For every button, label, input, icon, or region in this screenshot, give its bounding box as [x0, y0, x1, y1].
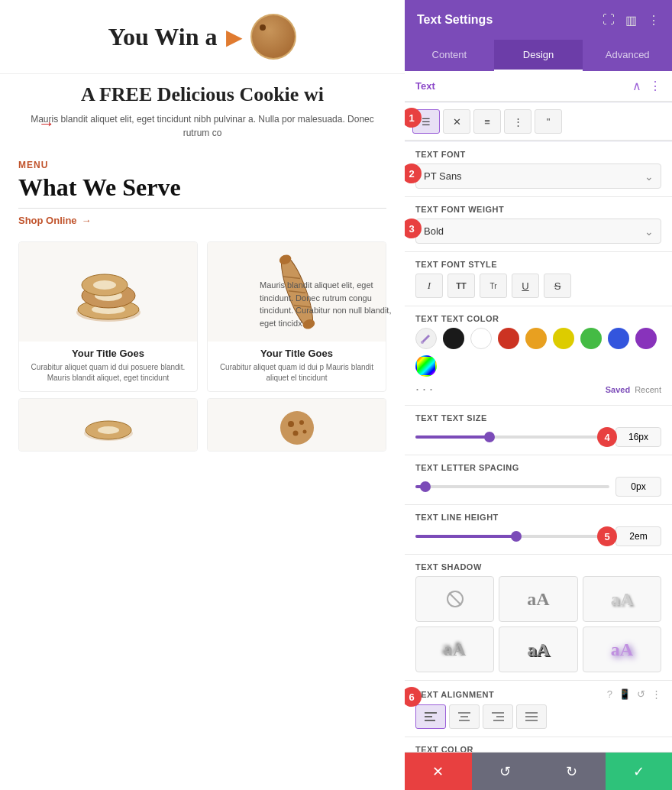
confirm-button[interactable]: ✓	[606, 753, 673, 790]
svg-rect-28	[460, 716, 468, 717]
section-more-icon[interactable]: ⋮	[649, 79, 661, 93]
format-quote[interactable]: "	[535, 109, 562, 134]
section-title: Text	[415, 80, 435, 92]
align-mobile-icon[interactable]: 📱	[619, 688, 631, 700]
text-size-thumb[interactable]	[484, 432, 495, 442]
letter-spacing-thumb[interactable]	[420, 481, 431, 492]
format-list-ol[interactable]: ⋮	[504, 109, 531, 134]
header-icons: ⛶ ▥ ⋮	[603, 13, 660, 28]
shadow-style-3[interactable]: aA	[415, 626, 494, 672]
line-height-thumb[interactable]	[511, 531, 522, 542]
line-height-label: Text Line Height	[415, 513, 661, 522]
line-height-container: 5 Text Line Height	[405, 505, 672, 555]
align-label-row: Text Alignment ? 📱 ↺ ⋮	[415, 688, 661, 700]
text-color-bottom-row: Text Color Dark	[405, 737, 672, 752]
text-font-style-row: Text Font Style I TT Tr U S	[405, 252, 672, 306]
format-list-ul[interactable]: ≡	[473, 109, 501, 134]
style-italic[interactable]: I	[415, 274, 443, 298]
text-font-weight-select[interactable]: Bold	[415, 219, 661, 244]
collapse-icon[interactable]: ∧	[632, 79, 641, 93]
shadow-style-2[interactable]: aA	[583, 576, 661, 622]
headline-text: A FREE Delicious Cookie wi	[15, 83, 389, 106]
text-alignment-container: 6 Text Alignment ? 📱 ↺ ⋮	[405, 681, 672, 737]
swatch-multi[interactable]	[415, 355, 437, 377]
shadow-style-4[interactable]: aA	[499, 626, 577, 672]
text-size-slider-row	[415, 427, 661, 447]
svg-rect-31	[496, 716, 504, 717]
style-strikethrough[interactable]: S	[544, 274, 571, 298]
align-btn-row	[415, 704, 661, 729]
letter-spacing-track	[415, 485, 609, 488]
letter-spacing-slider-row	[415, 477, 661, 497]
line-height-track	[415, 535, 609, 538]
preview-card-3	[18, 398, 198, 452]
card-1-title: Your Title Goes	[25, 348, 191, 359]
undo-button[interactable]: ↺	[472, 753, 539, 790]
shadow-style-5[interactable]: aA	[583, 626, 661, 672]
shadow-none[interactable]	[415, 576, 494, 622]
card-4-image	[208, 399, 386, 452]
preview-card-1: Your Title Goes Curabitur aliquet quam i…	[18, 241, 198, 392]
card-1-desc: Curabitur aliquet quam id dui posuere bl…	[19, 362, 197, 384]
style-underline[interactable]: U	[512, 274, 539, 298]
swatch-orange[interactable]	[525, 328, 547, 349]
columns-icon[interactable]: ▥	[625, 13, 637, 28]
more-icon[interactable]: ⋮	[648, 13, 660, 28]
tab-advanced[interactable]: Advanced	[583, 40, 672, 71]
letter-spacing-label: Text Letter Spacing	[415, 463, 661, 472]
svg-rect-35	[525, 720, 538, 721]
swatch-white[interactable]	[470, 328, 492, 349]
text-size-label: Text Text Size	[415, 413, 661, 423]
preview-headline: A FREE Delicious Cookie wi	[0, 74, 405, 109]
align-reset-icon[interactable]: ↺	[637, 688, 645, 700]
swatch-purple[interactable]	[635, 328, 657, 349]
text-font-style-label: Text Font Style	[415, 260, 661, 269]
text-font-weight-label: Text Font Weight	[415, 205, 661, 214]
svg-rect-25	[425, 716, 432, 717]
color-more-btn[interactable]: ···	[415, 381, 433, 397]
align-more-icon[interactable]: ⋮	[651, 688, 661, 700]
swatch-yellow[interactable]	[553, 328, 574, 349]
text-font-label: Text Font	[415, 150, 661, 159]
swatch-black[interactable]	[443, 328, 464, 349]
text-color-bottom-label: Text Color	[415, 745, 661, 752]
swatch-green[interactable]	[580, 328, 602, 349]
expand-icon[interactable]: ⛶	[603, 13, 615, 27]
redo-button[interactable]: ↻	[538, 753, 606, 790]
style-smallcaps[interactable]: Tr	[480, 274, 507, 298]
shadow-style-1[interactable]: aA	[499, 576, 577, 622]
text-size-row: Text Text Size	[405, 406, 672, 455]
menu-divider	[18, 208, 386, 209]
swatch-red[interactable]	[498, 328, 519, 349]
align-left-btn[interactable]	[415, 704, 446, 729]
swatch-blue[interactable]	[608, 328, 629, 349]
preview-menu-section: MENU What We Serve Shop Online →	[0, 146, 405, 241]
text-size-input[interactable]	[615, 427, 661, 447]
align-help-icon[interactable]: ?	[607, 688, 612, 700]
card-1-image	[19, 242, 197, 342]
text-format-bar: ☰ ✕ ≡ ⋮ "	[405, 103, 672, 141]
svg-line-23	[449, 593, 461, 605]
align-justify-btn[interactable]	[516, 704, 547, 729]
line-height-input[interactable]	[615, 526, 661, 546]
cancel-button[interactable]: ✕	[405, 753, 472, 790]
align-right-btn[interactable]	[483, 704, 513, 729]
settings-tabs: Content Design Advanced	[405, 40, 672, 71]
saved-tab[interactable]: Saved	[606, 385, 630, 394]
letter-spacing-input[interactable]	[615, 477, 661, 497]
svg-point-6	[93, 280, 116, 290]
recent-tab[interactable]: Recent	[635, 385, 661, 394]
shop-link[interactable]: Shop Online →	[18, 215, 386, 226]
style-btn-row: I TT Tr U S	[415, 274, 661, 298]
cookie-circle	[252, 15, 295, 58]
svg-point-17	[288, 421, 294, 427]
style-caps[interactable]: TT	[447, 274, 475, 298]
color-picker-btn[interactable]	[415, 328, 437, 349]
text-font-select[interactable]: PT Sans	[415, 164, 661, 189]
align-center-btn[interactable]	[449, 704, 480, 729]
format-eraser[interactable]: ✕	[443, 109, 470, 134]
text-section-header: Text ∧ ⋮	[405, 71, 672, 102]
tab-design[interactable]: Design	[494, 40, 583, 71]
step-5-badge: 5	[597, 526, 617, 546]
tab-content[interactable]: Content	[405, 40, 494, 71]
